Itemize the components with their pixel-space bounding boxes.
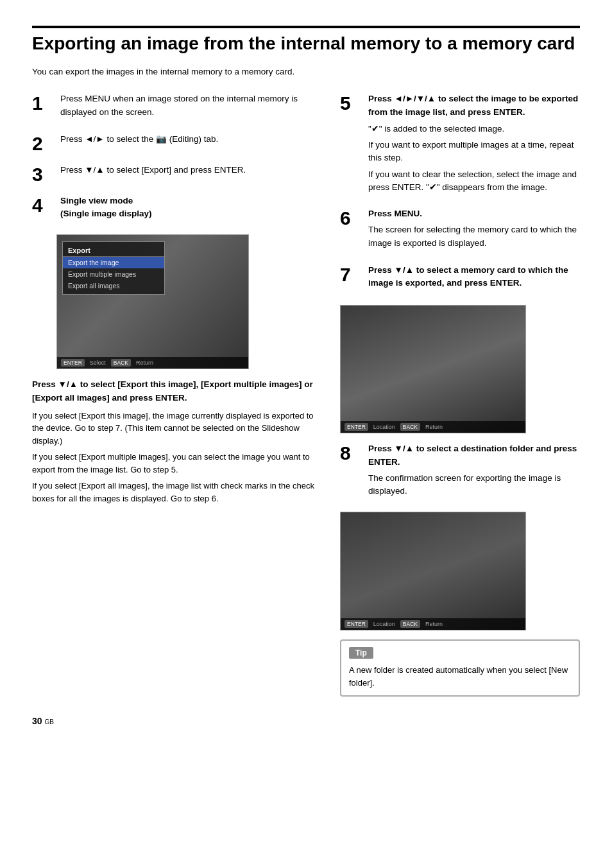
step-5-main: Press ◄/►/▼/▲ to select the image to be … [368,92,580,119]
step-5-content: Press ◄/►/▼/▲ to select the image to be … [368,92,580,197]
step-4-number: 4 [32,195,56,215]
step-8-content: Press ▼/▲ to select a destination folder… [368,442,580,501]
gb-label: GB [45,718,54,725]
step-4-para-3: If you select [Export all images], the i… [32,480,321,505]
screen-bar-2: ENTER Location BACK Return [341,421,525,433]
back-btn-3: BACK [400,620,420,628]
two-column-layout: 1 Press MENU when an image stored on the… [32,92,580,697]
right-column: 5 Press ◄/►/▼/▲ to select the image to b… [340,92,580,697]
step-5-p1: "✔" is added to the selected image. [368,123,580,135]
screen-3-bg [341,512,525,630]
menu-item-1-0: Export the image [63,257,164,268]
step-4-subheading: Single view mode(Single image display) [60,195,321,221]
step-7-number: 7 [340,264,364,284]
step-8-number: 8 [340,442,364,463]
export-screen-3: Export Select folder. New folder ENTER L… [340,512,526,630]
step-4-body: Press ▼/▲ to select [Export this image],… [32,378,321,505]
enter-btn-1: ENTER [61,359,85,367]
back-btn-1: BACK [111,359,131,367]
step-5-number: 5 [340,92,364,113]
step-6-number: 6 [340,207,364,228]
step-6-p1: The screen for selecting the memory card… [368,223,580,250]
step-5-p3: If you want to clear the selection, sele… [368,168,580,195]
tip-text: A new folder is created automatically wh… [349,664,571,689]
screen-bar-text-1: Select [90,360,106,366]
screen-bar-3: ENTER Location BACK Return [341,618,525,630]
page-title: Exporting an image from the internal mem… [32,33,580,54]
page-number: 30 [32,716,42,726]
menu-box-1: Export Export the image Export multiple … [62,241,165,295]
export-screen-1: Export Export the image Export multiple … [56,234,249,369]
step-7: 7 Press ▼/▲ to select a memory card to w… [340,264,580,295]
step-1-text: Press MENU when an image stored on the i… [60,92,321,119]
screen-bar-3-text1: Location [373,621,395,627]
step-8-main: Press ▼/▲ to select a destination folder… [368,442,580,469]
step-6-main: Press MENU. [368,207,580,220]
step-2-number: 2 [32,133,56,153]
intro-text: You can export the images in the interna… [32,65,580,78]
step-4-para-2: If you select [Export multiple images], … [32,451,321,476]
step-5-p2: If you want to export multiple images at… [368,139,580,165]
step-2-content: Press ◄/► to select the 📷 (Editing) tab. [60,133,321,150]
step-7-content: Press ▼/▲ to select a memory card to whi… [368,264,580,295]
step-7-main: Press ▼/▲ to select a memory card to whi… [368,264,580,290]
page-footer: 30 GB [32,716,580,726]
menu-title-1: Export [63,245,164,257]
enter-btn-2: ENTER [344,423,368,431]
step-8-p1: The confirmation screen for exporting th… [368,472,580,498]
screen-bar-text-2: Return [136,360,153,366]
export-screen-2: Export Select device to export to. Memor… [340,305,526,433]
screen-bar-2-text2: Return [425,424,443,430]
step-1: 1 Press MENU when an image stored on the… [32,92,321,123]
step-4-content: Single view mode(Single image display) [60,195,321,225]
step-4: 4 Single view mode(Single image display) [32,195,321,225]
step-3: 3 Press ▼/▲ to select [Export] and press… [32,164,321,184]
step-6-content: Press MENU. The screen for selecting the… [368,207,580,254]
step-5: 5 Press ◄/►/▼/▲ to select the image to b… [340,92,580,197]
step-8: 8 Press ▼/▲ to select a destination fold… [340,442,580,501]
screen-bar-3-text2: Return [425,621,443,627]
enter-btn-3: ENTER [344,620,368,628]
step-2-text: Press ◄/► to select the 📷 (Editing) tab. [60,133,321,146]
step-3-number: 3 [32,164,56,184]
step-4-main-text: Press ▼/▲ to select [Export this image],… [32,378,321,404]
screen-bar-2-text1: Location [373,424,395,430]
screen-2-bg [341,306,525,433]
page-title-block: Exporting an image from the internal mem… [32,26,580,54]
screen-bar-1: ENTER Select BACK Return [57,357,248,369]
left-column: 1 Press MENU when an image stored on the… [32,92,321,697]
step-1-number: 1 [32,92,56,113]
step-2: 2 Press ◄/► to select the 📷 (Editing) ta… [32,133,321,153]
step-4-para-1: If you select [Export this image], the i… [32,410,321,447]
step-1-content: Press MENU when an image stored on the i… [60,92,321,123]
menu-item-1-2: Export all images [63,280,164,291]
tip-box: Tip A new folder is created automaticall… [340,639,580,697]
back-btn-2: BACK [400,423,420,431]
menu-item-1-1: Export multiple images [63,268,164,280]
step-6: 6 Press MENU. The screen for selecting t… [340,207,580,254]
tip-header: Tip [349,647,373,659]
step-3-content: Press ▼/▲ to select [Export] and press E… [60,164,321,180]
step-3-text: Press ▼/▲ to select [Export] and press E… [60,164,321,177]
